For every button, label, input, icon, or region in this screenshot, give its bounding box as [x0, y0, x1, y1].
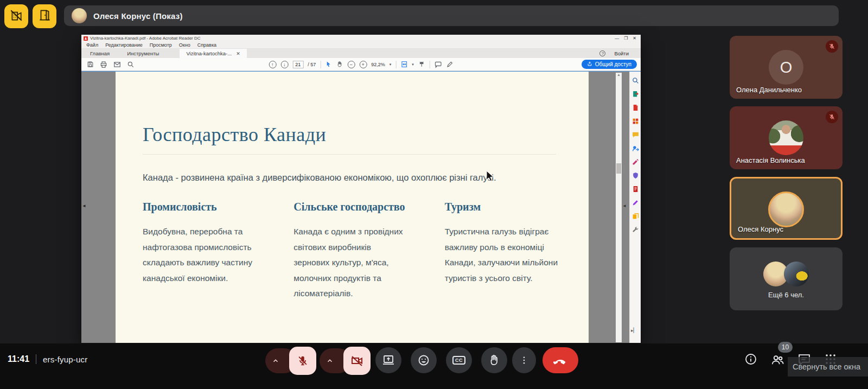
meeting-code: ers-fyup-ucr: [43, 355, 87, 364]
captions-button[interactable]: CC: [446, 347, 472, 373]
fit-caret-icon[interactable]: ▾: [412, 62, 414, 67]
slide-divider: [143, 154, 556, 155]
scroll-up-icon[interactable]: ▲: [616, 73, 622, 76]
combine-files-icon[interactable]: [632, 117, 639, 124]
mic-off-button[interactable]: [289, 347, 316, 375]
column-heading: Промисловість: [143, 201, 257, 213]
meet-bottom-bar: 11:41 ers-fyup-ucr CC: [0, 343, 868, 389]
restore-icon[interactable]: ❐: [624, 35, 628, 42]
presenter-avatar: [72, 8, 87, 23]
tab-home[interactable]: Главная: [81, 49, 118, 58]
taskbar-building-button[interactable]: [4, 4, 28, 28]
tab-tools[interactable]: Инструменты: [118, 49, 168, 58]
zoom-in-icon[interactable]: +: [359, 61, 367, 68]
fill-sign-icon[interactable]: [632, 158, 639, 165]
more-tools-icon[interactable]: [632, 226, 639, 233]
scrollbar-thumb[interactable]: [616, 163, 621, 174]
pencil-tool-icon[interactable]: [446, 61, 454, 68]
collapse-tools-pane-icon[interactable]: ◄: [622, 203, 627, 208]
avatar-photo: [768, 192, 804, 227]
menu-edit[interactable]: Редактирование: [105, 42, 143, 48]
avatar-initial: О: [769, 50, 803, 85]
export-pdf-icon[interactable]: [632, 90, 639, 97]
slide-column-tourism: Туризм Туристична галузь відіграє важлив…: [445, 201, 559, 302]
menu-view[interactable]: Просмотр: [150, 42, 172, 48]
zoom-tool-icon[interactable]: [632, 76, 639, 84]
save-icon[interactable]: [87, 61, 94, 68]
acrobat-tabbar: Главная Инструменты Vizitna-kartochka-..…: [81, 49, 641, 58]
signin-link[interactable]: Войти: [614, 50, 629, 56]
clock: 11:41: [8, 354, 29, 364]
column-body: Канада є одним з провідних світових виро…: [293, 224, 407, 302]
share-document-button[interactable]: Общий доступ: [582, 60, 637, 69]
present-screen-button[interactable]: [375, 347, 401, 373]
more-options-button[interactable]: [512, 347, 536, 373]
slide-column-agriculture: Сільське господарство Канада є одним з п…: [293, 201, 407, 302]
menu-file[interactable]: Файл: [86, 42, 98, 48]
expand-rail-icon[interactable]: ▸▏: [631, 328, 637, 333]
organize-pages-icon[interactable]: [632, 212, 639, 219]
raise-hand-icon: [488, 354, 501, 367]
send-review-icon[interactable]: [632, 144, 639, 151]
vertical-scrollbar[interactable]: ▲: [616, 73, 622, 342]
show-desktop-tooltip: Свернуть все окна: [788, 357, 868, 377]
tab-close-icon[interactable]: ✕: [236, 51, 240, 56]
slide-title: Господарство Канади: [143, 123, 326, 146]
edit-pdf-icon[interactable]: [632, 199, 639, 206]
fit-width-icon[interactable]: [400, 61, 407, 68]
create-pdf-icon[interactable]: [632, 104, 639, 111]
print-icon[interactable]: [100, 61, 107, 68]
participant-tile-overflow[interactable]: Ещё 6 чел.: [730, 247, 843, 310]
select-tool-icon[interactable]: [325, 61, 331, 68]
acrobat-window: Vizitna-kartochka-Kanadi.pdf - Adobe Acr…: [81, 35, 641, 343]
page-down-icon[interactable]: ↓: [280, 61, 288, 68]
participants-button[interactable]: [770, 353, 785, 369]
protect-icon[interactable]: [632, 171, 639, 178]
tab-document[interactable]: Vizitna-kartochka-... ✕: [180, 49, 246, 58]
column-body: Туристична галузь відіграє важливу роль …: [445, 224, 559, 286]
search-icon[interactable]: [127, 61, 135, 68]
zoom-level-value[interactable]: 92,2%: [371, 62, 385, 67]
help-icon[interactable]: ?: [599, 50, 605, 56]
avatar-photo: [769, 120, 803, 155]
meet-screen: Олеся Корнус (Показ) Vizitna-kartochka-K…: [0, 0, 868, 389]
end-call-button[interactable]: [542, 347, 578, 373]
taskbar-door-button[interactable]: [33, 4, 56, 28]
close-icon[interactable]: ✕: [633, 35, 636, 42]
page-up-icon[interactable]: ↑: [269, 61, 276, 68]
participant-tile-active-speaker[interactable]: Олеся Корнус: [730, 177, 843, 240]
pdf-standards-icon[interactable]: [632, 185, 639, 192]
camera-off-button[interactable]: [343, 347, 371, 375]
divider: [36, 354, 36, 364]
mic-control-group: [265, 347, 316, 373]
participant-name: Олена Данильченко: [736, 86, 802, 94]
raise-hand-button[interactable]: [481, 347, 507, 373]
mic-muted-badge: [826, 40, 838, 53]
participant-tile[interactable]: Анастасія Волинська: [730, 106, 843, 169]
reading-mode-icon[interactable]: [418, 61, 425, 68]
reactions-button[interactable]: [411, 347, 437, 373]
menu-window[interactable]: Окно: [179, 42, 190, 48]
acrobat-titlebar[interactable]: Vizitna-kartochka-Kanadi.pdf - Adobe Acr…: [81, 35, 641, 42]
email-icon[interactable]: [113, 61, 121, 68]
meeting-info-button[interactable]: [744, 353, 757, 368]
end-call-icon: [553, 353, 567, 367]
zoom-out-icon[interactable]: −: [347, 61, 355, 68]
presenter-banner[interactable]: Олеся Корнус (Показ): [64, 5, 839, 26]
acrobat-toolbar: ↑ ↓ 21 / 57 − + 92,2% ▾ ▾: [81, 58, 641, 71]
pdf-viewport[interactable]: Господарство Канади Канада - розвинена к…: [81, 71, 641, 343]
menu-help[interactable]: Справка: [197, 42, 216, 48]
zoom-caret-icon[interactable]: ▾: [390, 62, 392, 67]
participant-tile[interactable]: О Олена Данильченко: [730, 36, 843, 99]
window-title: Vizitna-kartochka-Kanadi.pdf - Adobe Acr…: [90, 36, 201, 41]
mic-muted-badge: [826, 111, 838, 123]
videocam-off-icon: [350, 354, 363, 367]
hand-tool-icon[interactable]: [336, 61, 343, 68]
slide-intro: Канада - розвинена країна з диверсифіков…: [143, 173, 496, 183]
comment-rail-icon[interactable]: [632, 131, 639, 138]
minimize-icon[interactable]: —: [615, 35, 619, 42]
comment-tool-icon[interactable]: [435, 61, 442, 68]
page-number-input[interactable]: 21: [292, 61, 303, 68]
avatar-photo: [784, 262, 809, 286]
collapse-left-pane-icon[interactable]: ◄: [82, 203, 86, 208]
